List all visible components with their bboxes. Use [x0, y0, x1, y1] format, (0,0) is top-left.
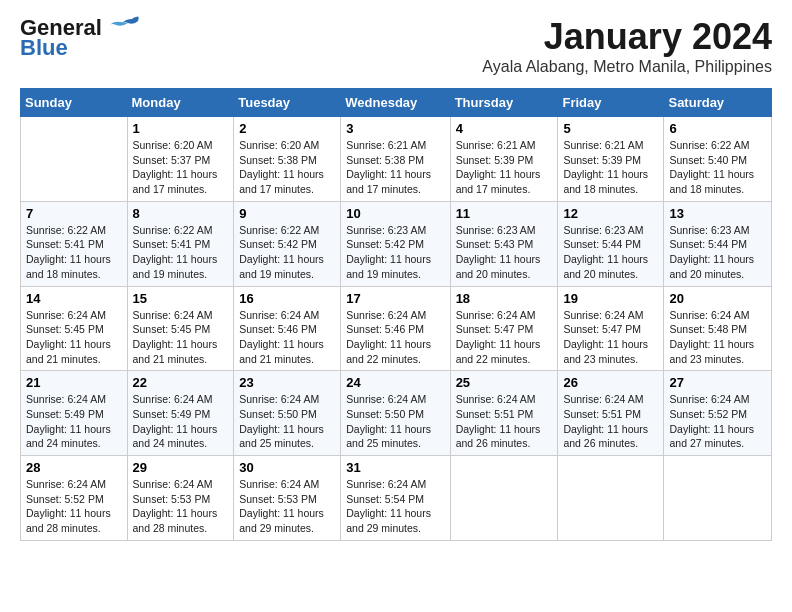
day-info: Sunrise: 6:23 AMSunset: 5:44 PMDaylight:…	[563, 223, 658, 282]
day-info: Sunrise: 6:24 AMSunset: 5:50 PMDaylight:…	[239, 392, 335, 451]
day-number: 31	[346, 460, 444, 475]
calendar-cell: 6Sunrise: 6:22 AMSunset: 5:40 PMDaylight…	[664, 117, 772, 202]
day-info: Sunrise: 6:20 AMSunset: 5:38 PMDaylight:…	[239, 138, 335, 197]
calendar-cell: 24Sunrise: 6:24 AMSunset: 5:50 PMDayligh…	[341, 371, 450, 456]
day-info: Sunrise: 6:23 AMSunset: 5:42 PMDaylight:…	[346, 223, 444, 282]
day-number: 10	[346, 206, 444, 221]
day-number: 24	[346, 375, 444, 390]
calendar-cell: 28Sunrise: 6:24 AMSunset: 5:52 PMDayligh…	[21, 456, 128, 541]
day-number: 13	[669, 206, 766, 221]
day-number: 16	[239, 291, 335, 306]
day-info: Sunrise: 6:23 AMSunset: 5:43 PMDaylight:…	[456, 223, 553, 282]
day-number: 2	[239, 121, 335, 136]
day-info: Sunrise: 6:24 AMSunset: 5:47 PMDaylight:…	[563, 308, 658, 367]
day-info: Sunrise: 6:22 AMSunset: 5:40 PMDaylight:…	[669, 138, 766, 197]
day-info: Sunrise: 6:22 AMSunset: 5:41 PMDaylight:…	[133, 223, 229, 282]
calendar-cell: 17Sunrise: 6:24 AMSunset: 5:46 PMDayligh…	[341, 286, 450, 371]
day-info: Sunrise: 6:20 AMSunset: 5:37 PMDaylight:…	[133, 138, 229, 197]
header-cell-monday: Monday	[127, 89, 234, 117]
day-info: Sunrise: 6:24 AMSunset: 5:53 PMDaylight:…	[133, 477, 229, 536]
week-row-3: 14Sunrise: 6:24 AMSunset: 5:45 PMDayligh…	[21, 286, 772, 371]
calendar-cell: 5Sunrise: 6:21 AMSunset: 5:39 PMDaylight…	[558, 117, 664, 202]
calendar-cell: 29Sunrise: 6:24 AMSunset: 5:53 PMDayligh…	[127, 456, 234, 541]
header-cell-tuesday: Tuesday	[234, 89, 341, 117]
day-number: 29	[133, 460, 229, 475]
day-info: Sunrise: 6:24 AMSunset: 5:47 PMDaylight:…	[456, 308, 553, 367]
day-number: 22	[133, 375, 229, 390]
week-row-2: 7Sunrise: 6:22 AMSunset: 5:41 PMDaylight…	[21, 201, 772, 286]
calendar-cell: 3Sunrise: 6:21 AMSunset: 5:38 PMDaylight…	[341, 117, 450, 202]
calendar-cell: 19Sunrise: 6:24 AMSunset: 5:47 PMDayligh…	[558, 286, 664, 371]
day-info: Sunrise: 6:24 AMSunset: 5:48 PMDaylight:…	[669, 308, 766, 367]
day-info: Sunrise: 6:24 AMSunset: 5:52 PMDaylight:…	[669, 392, 766, 451]
calendar-cell: 31Sunrise: 6:24 AMSunset: 5:54 PMDayligh…	[341, 456, 450, 541]
calendar-cell: 22Sunrise: 6:24 AMSunset: 5:49 PMDayligh…	[127, 371, 234, 456]
header-cell-saturday: Saturday	[664, 89, 772, 117]
header-cell-wednesday: Wednesday	[341, 89, 450, 117]
day-number: 9	[239, 206, 335, 221]
day-info: Sunrise: 6:22 AMSunset: 5:42 PMDaylight:…	[239, 223, 335, 282]
week-row-4: 21Sunrise: 6:24 AMSunset: 5:49 PMDayligh…	[21, 371, 772, 456]
calendar-cell: 13Sunrise: 6:23 AMSunset: 5:44 PMDayligh…	[664, 201, 772, 286]
day-info: Sunrise: 6:24 AMSunset: 5:45 PMDaylight:…	[133, 308, 229, 367]
calendar-cell: 27Sunrise: 6:24 AMSunset: 5:52 PMDayligh…	[664, 371, 772, 456]
page-header: General Blue January 2024 Ayala Alabang,…	[20, 16, 772, 76]
calendar-cell: 14Sunrise: 6:24 AMSunset: 5:45 PMDayligh…	[21, 286, 128, 371]
calendar-cell: 8Sunrise: 6:22 AMSunset: 5:41 PMDaylight…	[127, 201, 234, 286]
logo-bird-icon	[108, 15, 140, 37]
calendar-cell: 16Sunrise: 6:24 AMSunset: 5:46 PMDayligh…	[234, 286, 341, 371]
day-number: 28	[26, 460, 122, 475]
day-info: Sunrise: 6:24 AMSunset: 5:49 PMDaylight:…	[26, 392, 122, 451]
day-info: Sunrise: 6:24 AMSunset: 5:52 PMDaylight:…	[26, 477, 122, 536]
day-number: 4	[456, 121, 553, 136]
day-number: 18	[456, 291, 553, 306]
day-info: Sunrise: 6:22 AMSunset: 5:41 PMDaylight:…	[26, 223, 122, 282]
day-number: 27	[669, 375, 766, 390]
day-info: Sunrise: 6:21 AMSunset: 5:39 PMDaylight:…	[563, 138, 658, 197]
day-info: Sunrise: 6:24 AMSunset: 5:46 PMDaylight:…	[239, 308, 335, 367]
title-block: January 2024 Ayala Alabang, Metro Manila…	[482, 16, 772, 76]
calendar-cell: 23Sunrise: 6:24 AMSunset: 5:50 PMDayligh…	[234, 371, 341, 456]
calendar-cell	[558, 456, 664, 541]
header-cell-thursday: Thursday	[450, 89, 558, 117]
calendar-cell: 1Sunrise: 6:20 AMSunset: 5:37 PMDaylight…	[127, 117, 234, 202]
calendar-cell: 18Sunrise: 6:24 AMSunset: 5:47 PMDayligh…	[450, 286, 558, 371]
week-row-1: 1Sunrise: 6:20 AMSunset: 5:37 PMDaylight…	[21, 117, 772, 202]
calendar-cell: 30Sunrise: 6:24 AMSunset: 5:53 PMDayligh…	[234, 456, 341, 541]
day-number: 5	[563, 121, 658, 136]
day-info: Sunrise: 6:23 AMSunset: 5:44 PMDaylight:…	[669, 223, 766, 282]
day-info: Sunrise: 6:21 AMSunset: 5:38 PMDaylight:…	[346, 138, 444, 197]
logo: General Blue	[20, 16, 140, 60]
calendar-cell: 10Sunrise: 6:23 AMSunset: 5:42 PMDayligh…	[341, 201, 450, 286]
day-info: Sunrise: 6:24 AMSunset: 5:50 PMDaylight:…	[346, 392, 444, 451]
page-subtitle: Ayala Alabang, Metro Manila, Philippines	[482, 58, 772, 76]
calendar-cell: 7Sunrise: 6:22 AMSunset: 5:41 PMDaylight…	[21, 201, 128, 286]
day-number: 7	[26, 206, 122, 221]
day-info: Sunrise: 6:24 AMSunset: 5:49 PMDaylight:…	[133, 392, 229, 451]
day-number: 14	[26, 291, 122, 306]
logo-blue-text: Blue	[20, 36, 68, 60]
day-number: 12	[563, 206, 658, 221]
day-number: 21	[26, 375, 122, 390]
calendar-cell: 21Sunrise: 6:24 AMSunset: 5:49 PMDayligh…	[21, 371, 128, 456]
day-number: 15	[133, 291, 229, 306]
header-cell-sunday: Sunday	[21, 89, 128, 117]
header-row: SundayMondayTuesdayWednesdayThursdayFrid…	[21, 89, 772, 117]
day-info: Sunrise: 6:24 AMSunset: 5:45 PMDaylight:…	[26, 308, 122, 367]
calendar-cell	[450, 456, 558, 541]
day-info: Sunrise: 6:24 AMSunset: 5:53 PMDaylight:…	[239, 477, 335, 536]
calendar-cell: 4Sunrise: 6:21 AMSunset: 5:39 PMDaylight…	[450, 117, 558, 202]
day-number: 6	[669, 121, 766, 136]
day-number: 20	[669, 291, 766, 306]
day-number: 8	[133, 206, 229, 221]
calendar-cell: 25Sunrise: 6:24 AMSunset: 5:51 PMDayligh…	[450, 371, 558, 456]
day-number: 11	[456, 206, 553, 221]
day-info: Sunrise: 6:21 AMSunset: 5:39 PMDaylight:…	[456, 138, 553, 197]
day-number: 3	[346, 121, 444, 136]
calendar-cell: 15Sunrise: 6:24 AMSunset: 5:45 PMDayligh…	[127, 286, 234, 371]
calendar-cell: 12Sunrise: 6:23 AMSunset: 5:44 PMDayligh…	[558, 201, 664, 286]
page-title: January 2024	[482, 16, 772, 58]
header-cell-friday: Friday	[558, 89, 664, 117]
calendar-cell: 9Sunrise: 6:22 AMSunset: 5:42 PMDaylight…	[234, 201, 341, 286]
day-number: 17	[346, 291, 444, 306]
